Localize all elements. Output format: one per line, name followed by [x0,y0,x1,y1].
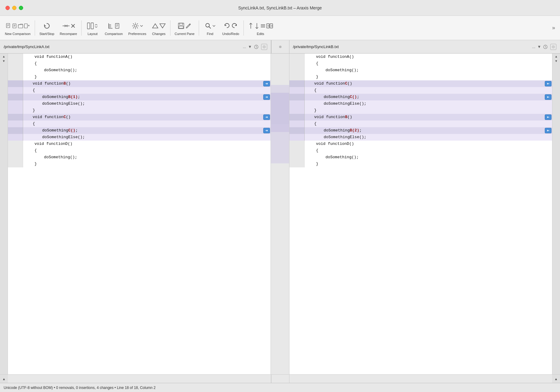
right-history-icon[interactable] [543,44,548,49]
layout-icon [87,23,94,29]
right-arrow-btn-10[interactable] [545,114,551,120]
left-gutter-4 [8,74,23,80]
right-line-6: { [289,87,552,94]
left-line-1: void functionA() [8,54,271,60]
find-icons [205,20,215,31]
toolbar-changes[interactable]: Changes [149,19,168,37]
left-gutter-16 [8,154,23,161]
toolbar-comparison[interactable]: Comparison [102,19,125,37]
toolbar-find[interactable]: Find [201,19,219,37]
toolbar-layout[interactable]: Layout [83,19,102,37]
right-gutter-14 [289,141,305,147]
left-gutter-3 [8,67,23,74]
edits-label: Edits [257,32,264,36]
toolbar-edits[interactable]: Edits [246,19,275,37]
left-history-icon[interactable] [254,44,259,49]
svg-rect-12 [87,23,90,29]
maximize-button[interactable] [19,6,23,10]
right-h-scrollbar[interactable] [289,375,552,383]
right-scroll-up[interactable]: ▲ [555,55,558,58]
left-line-7: doSomethingB(1); [8,94,271,100]
bottom-right-nav[interactable]: ▲ [552,375,560,383]
toolbar-start-stop[interactable]: Start/Stop [37,19,57,37]
start-stop-icons [43,20,51,31]
comparison-label: Comparison [105,32,123,36]
right-arrow-btn-7[interactable] [545,94,551,100]
edits-icons [248,20,273,31]
left-sync-btn[interactable] [261,44,267,50]
right-scroll-indicator: ▲ ▼ [552,54,560,374]
right-scroll-down[interactable]: ▼ [555,59,558,63]
right-line-15: { [289,147,552,154]
right-arrow-btn-5[interactable] [545,81,551,86]
separator-5 [243,20,244,36]
left-line-11: { [8,121,271,127]
scroll-spacer [271,375,289,383]
right-line-11: { [289,121,552,127]
left-arrow-btn-5[interactable] [263,81,270,86]
left-line-5: void functionB() [8,80,271,87]
separator-3 [170,20,170,36]
svg-point-18 [134,25,137,27]
current-pane-icons [178,20,192,31]
comparison-doc-icon [114,23,120,29]
right-arrow-btn-12[interactable] [545,128,551,133]
right-gutter-3 [289,67,305,74]
bottom-left-nav[interactable]: ▲ [0,375,8,383]
right-sync-btn[interactable] [550,44,556,50]
right-file-path: /private/tmp/SyncLinkB.txt [293,44,530,49]
separator-4 [199,20,199,36]
left-scroll-up[interactable]: ▲ [2,55,5,58]
right-gutter-15 [289,147,305,154]
preferences-icons [131,20,143,31]
svg-point-37 [264,46,264,47]
minimize-button[interactable] [12,6,16,10]
toolbar-undo-redo[interactable]: Undo/Redo [220,19,242,37]
right-gutter-1 [289,54,305,60]
toolbar-current-pane[interactable]: Current Pane [172,19,197,37]
left-line-9: } [8,107,271,114]
undo-redo-icons [224,20,238,31]
diff-area: ▲ ▼ void functionA() { [0,54,560,374]
connector-svg [271,54,289,374]
connector-dot [279,46,282,48]
left-line-10: void functionC() [8,114,271,121]
left-gutter-1 [8,54,23,60]
left-h-scrollbar[interactable] [8,375,271,383]
right-dropdown-icon[interactable]: ▼ [537,44,541,49]
separator-1 [35,20,35,36]
right-line-5: void functionC() [289,80,552,87]
close-button[interactable] [5,6,10,10]
window-controls [5,6,23,10]
left-line-6: { [8,87,271,94]
left-arrow-btn-7[interactable] [263,94,270,100]
left-code-pane[interactable]: void functionA() { doSomething(); } [8,54,271,374]
right-code-pane[interactable]: void functionA() { doSomething(); } [289,54,552,374]
edits-icon3 [260,23,266,29]
left-line-15: { [8,147,271,154]
left-gutter-14 [8,141,23,147]
titlebar: SyncLinkA.txt, SyncLinkB.txt – Araxis Me… [0,0,560,16]
triangle-down-icon [159,23,166,29]
toolbar-new-comparison[interactable]: New Comparison [2,19,33,37]
x-icon [71,24,75,28]
left-line-16: doSomething(); [8,154,271,161]
current-pane-label: Current Pane [175,32,194,36]
left-arrow-btn-12[interactable] [263,128,270,133]
toolbar-preferences[interactable]: Preferences [126,19,149,37]
right-line-14: void functionD() [289,141,552,147]
statusbar: Unicode (UTF-8 without BOM) • 0 removals… [0,383,560,392]
redo-icon [231,23,238,29]
svg-rect-9 [24,24,27,28]
svg-rect-21 [179,26,183,28]
right-line-1: void functionA() [289,54,552,60]
left-arrow-btn-10[interactable] [263,114,270,120]
left-dropdown-icon[interactable]: ▼ [248,44,252,49]
left-gutter-15 [8,147,23,154]
toolbar-recompare[interactable]: Recompare [57,19,79,37]
left-scroll-down[interactable]: ▼ [2,59,5,63]
find-chevron-icon [212,24,215,27]
svg-rect-20 [180,23,183,25]
toolbar-more-btn[interactable]: » [550,22,558,33]
changes-label: Changes [152,32,166,36]
